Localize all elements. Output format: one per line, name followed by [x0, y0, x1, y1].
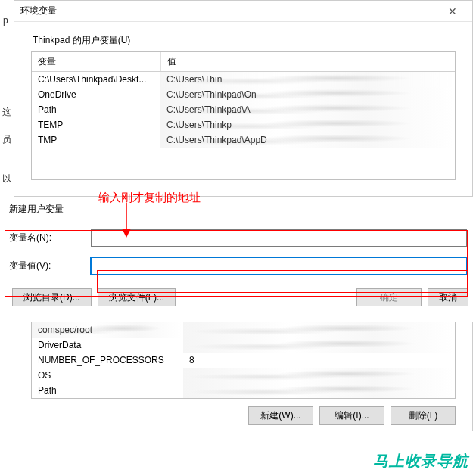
watermark-text: 马上收录导航 — [373, 451, 468, 471]
table-row[interactable]: OneDrive C:\Users\Thinkpad\On — [32, 87, 455, 102]
table-row[interactable]: TMP C:\Users\Thinkpad\AppD — [32, 132, 455, 148]
table-row[interactable]: C:\Users\Thinkpad\Deskt... C:\Users\Thin — [32, 72, 455, 88]
table-row[interactable]: Path — [32, 383, 455, 398]
variable-name-input[interactable] — [91, 229, 467, 247]
col-header-value[interactable]: 值 — [160, 52, 455, 72]
col-header-variable[interactable]: 变量 — [32, 52, 160, 72]
browse-directory-button[interactable]: 浏览目录(D)... — [12, 288, 92, 306]
table-row[interactable]: NUMBER_OF_PROCESSORS 8 — [32, 353, 455, 368]
dialog-titlebar[interactable]: 环境变量 ✕ — [14, 1, 472, 22]
delete-button[interactable]: 删除(L) — [391, 406, 456, 425]
system-vars-table[interactable]: comspec/root DriverData NUMBER_OF_PROCES… — [31, 322, 456, 399]
dialog-title: 环境变量 — [19, 5, 437, 17]
table-row[interactable]: DriverData — [32, 338, 455, 353]
system-vars-section: comspec/root DriverData NUMBER_OF_PROCES… — [14, 322, 473, 431]
new-user-variable-title: 新建用户变量 — [0, 198, 473, 229]
user-vars-group-label: Thinkpad 的用户变量(U) — [14, 22, 472, 51]
table-row[interactable]: comspec/root — [32, 322, 455, 338]
ok-button[interactable]: 确定 — [356, 288, 422, 306]
user-vars-table[interactable]: 变量 值 C:\Users\Thinkpad\Deskt... C:\Users… — [31, 51, 456, 180]
new-button[interactable]: 新建(W)... — [248, 406, 313, 425]
table-row[interactable]: OS — [32, 368, 455, 383]
table-row[interactable]: TEMP C:\Users\Thinkp — [32, 117, 455, 132]
table-row[interactable]: Path C:\Users\Thinkpad\A — [32, 102, 455, 117]
variable-value-label: 变量值(V): — [9, 260, 91, 272]
variable-value-input[interactable] — [91, 257, 467, 275]
cancel-button[interactable]: 取消 — [428, 288, 468, 306]
new-user-variable-dialog: 新建用户变量 变量名(N): 变量值(V): 浏览目录(D)... 浏览文件(F… — [0, 198, 473, 316]
close-icon[interactable]: ✕ — [437, 3, 468, 20]
env-variables-dialog: 环境变量 ✕ Thinkpad 的用户变量(U) 变量 值 C:\Users\T… — [14, 0, 473, 197]
browse-file-button[interactable]: 浏览文件(F)... — [98, 288, 176, 306]
variable-name-label: 变量名(N): — [9, 232, 91, 244]
edit-button[interactable]: 编辑(I)... — [319, 406, 384, 425]
